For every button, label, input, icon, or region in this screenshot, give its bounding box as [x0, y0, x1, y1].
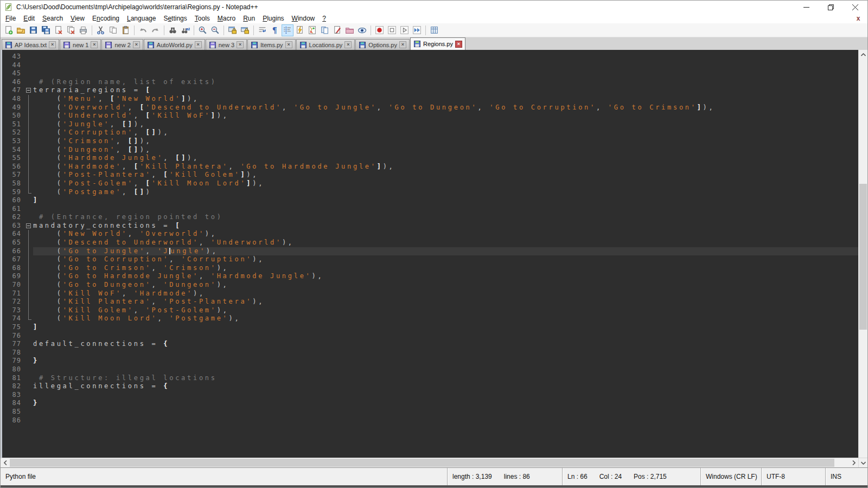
shortcut-mapper-icon[interactable] [294, 24, 306, 36]
vertical-scroll-track[interactable] [859, 59, 867, 458]
code-line[interactable]: } [33, 399, 858, 408]
code-line[interactable]: ('Kill WoF', 'Hardmode'), [33, 290, 858, 298]
menu-settings[interactable]: Settings [159, 15, 190, 22]
vertical-scrollbar[interactable] [858, 50, 867, 458]
open-file-icon[interactable] [15, 24, 27, 36]
code-line[interactable]: ] [33, 323, 858, 332]
code-line[interactable]: ('Menu', ['New World']), [33, 95, 858, 104]
tab-regions-py[interactable]: Regions.py× [410, 37, 465, 50]
macro-stop-icon[interactable] [386, 24, 398, 36]
macro-run-multiple-icon[interactable] [411, 24, 423, 36]
code-line[interactable] [33, 61, 858, 70]
line-number[interactable]: 47 [2, 86, 25, 95]
macro-save-icon[interactable] [429, 24, 441, 36]
code-line[interactable]: ('Go to Hardmode Jungle', 'Hardmode Jung… [33, 272, 858, 281]
menu-search[interactable]: Search [39, 15, 67, 22]
tab-locations-py[interactable]: Locations.py× [296, 39, 355, 50]
tab-close-icon[interactable]: × [49, 41, 56, 48]
line-number[interactable]: 85 [2, 408, 25, 416]
line-number[interactable]: 62 [2, 213, 25, 222]
code-pane[interactable]: 43444546 # (Region name, list of exits)4… [2, 50, 858, 458]
line-number[interactable]: 48 [2, 95, 25, 104]
line-number[interactable]: 68 [2, 264, 25, 273]
line-number[interactable]: 72 [2, 298, 25, 306]
scroll-right-icon[interactable] [849, 458, 858, 467]
line-number[interactable]: 50 [2, 112, 25, 120]
find-icon[interactable] [167, 24, 179, 36]
minimize-button[interactable] [794, 1, 819, 14]
line-number[interactable]: 59 [2, 188, 25, 197]
replace-icon[interactable]: ab [180, 24, 192, 36]
menu-plugins[interactable]: Plugins [259, 15, 288, 22]
code-line[interactable] [33, 205, 858, 214]
code-line[interactable]: ('Postgame', []) [33, 188, 858, 197]
macro-record-icon[interactable] [374, 24, 386, 36]
code-line[interactable]: ('Hardmode Jungle', []), [33, 154, 858, 163]
tab-new-1[interactable]: new 1× [60, 39, 101, 50]
line-number[interactable]: 45 [2, 69, 25, 78]
code-line[interactable]: ('Post-Plantera', ['Kill Golem']), [33, 171, 858, 179]
indent-guide-icon[interactable] [282, 24, 293, 36]
code-line[interactable]: ('Hardmode', ['Kill Plantera', 'Go to Ha… [33, 163, 858, 171]
line-number[interactable]: 81 [2, 374, 25, 383]
line-number[interactable]: 71 [2, 290, 25, 298]
status-insert-mode[interactable]: INS [825, 468, 867, 485]
line-number[interactable]: 63 [2, 222, 25, 230]
code-line[interactable]: ('Crimson', []), [33, 137, 858, 146]
code-line[interactable]: ('Post-Golem', ['Kill Moon Lord']), [33, 179, 858, 188]
line-number[interactable]: 43 [2, 53, 25, 61]
line-number[interactable]: 67 [2, 255, 25, 264]
line-number[interactable]: 75 [2, 323, 25, 332]
tab-close-icon[interactable]: × [344, 41, 352, 48]
code-line[interactable]: ('Kill Moon Lord', 'Postgame'), [33, 314, 858, 323]
line-number[interactable]: 65 [2, 239, 25, 247]
horizontal-scrollbar[interactable] [1, 458, 867, 467]
code-line[interactable]: ('Descend to Underworld', 'Underworld'), [33, 239, 858, 247]
print-icon[interactable] [78, 24, 90, 36]
tab-close-icon[interactable]: × [91, 41, 98, 48]
cut-icon[interactable] [95, 24, 107, 36]
menu-window[interactable]: Window [288, 15, 319, 22]
sync-vertical-icon[interactable] [227, 24, 239, 36]
code-line[interactable] [33, 408, 858, 416]
menu-view[interactable]: View [67, 15, 88, 22]
line-number[interactable]: 83 [2, 391, 25, 400]
close-window-button[interactable] [843, 1, 867, 14]
folder-as-workspace-icon[interactable] [344, 24, 356, 36]
code-line[interactable] [33, 365, 858, 374]
status-encoding[interactable]: UTF-8 [761, 468, 825, 485]
monitoring-icon[interactable] [356, 24, 368, 36]
scroll-down-icon[interactable] [858, 458, 867, 467]
code-line[interactable]: ('Jungle', []), [33, 120, 858, 129]
line-number[interactable]: 74 [2, 314, 25, 323]
doc-map-icon[interactable] [307, 24, 318, 36]
sync-horizontal-icon[interactable] [239, 24, 251, 36]
code-line[interactable]: ('New World', 'Overworld'), [33, 230, 858, 239]
tab-autoworld-py[interactable]: AutoWorld.py× [144, 39, 205, 50]
line-number[interactable]: 54 [2, 146, 25, 155]
show-all-characters-icon[interactable]: ¶ [269, 24, 281, 36]
function-list-icon[interactable] [331, 24, 343, 36]
line-number[interactable]: 56 [2, 163, 25, 171]
scroll-up-icon[interactable] [859, 50, 867, 59]
line-number[interactable]: 46 [2, 78, 25, 87]
line-number[interactable]: 53 [2, 137, 25, 146]
editor-area[interactable]: 43444546 # (Region name, list of exits)4… [1, 50, 867, 458]
line-number[interactable]: 84 [2, 399, 25, 408]
line-number[interactable]: 49 [2, 104, 25, 112]
line-number[interactable]: 44 [2, 61, 25, 70]
code-line[interactable]: # Structure: illegal locations [33, 374, 858, 383]
line-number[interactable]: 77 [2, 340, 25, 349]
menu-edit[interactable]: Edit [20, 15, 39, 22]
tab-new-3[interactable]: new 3× [206, 39, 247, 50]
line-number[interactable]: 70 [2, 281, 25, 290]
code-line[interactable]: ('Underworld', ['Kill WoF']), [33, 112, 858, 120]
line-number[interactable]: 69 [2, 272, 25, 281]
horizontal-scroll-thumb[interactable] [10, 459, 834, 467]
tab-close-icon[interactable]: × [455, 41, 462, 48]
tab-ap-ideas-txt[interactable]: AP Ideas.txt× [2, 39, 59, 50]
code-line[interactable]: ('Corruption', []), [33, 129, 858, 137]
code-line[interactable]: illegal_connections = { [33, 382, 858, 391]
line-number[interactable]: 51 [2, 120, 25, 129]
code-line[interactable] [33, 391, 858, 400]
